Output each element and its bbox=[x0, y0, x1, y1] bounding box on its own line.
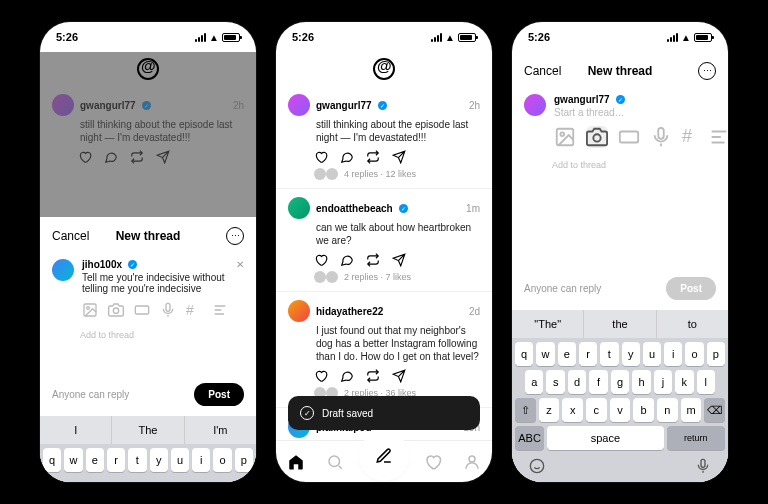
camera-chip[interactable] bbox=[586, 126, 608, 148]
return-key[interactable]: return bbox=[667, 426, 725, 450]
avatar bbox=[52, 259, 74, 281]
feed-post[interactable]: endoatthebeach✓1mcan we talk about how h… bbox=[276, 188, 492, 291]
svg-rect-13 bbox=[701, 459, 705, 467]
repost-icon[interactable] bbox=[366, 253, 380, 267]
gallery-icon[interactable] bbox=[82, 302, 98, 318]
keyboard[interactable]: qwertyuiop asdfghjkl ⇧ zxcvbnm ⌫ ABC spa… bbox=[512, 338, 728, 482]
phone-right: 5:26 ▲ Cancel New thread ⋯ gwangurl77 ✓ … bbox=[512, 22, 728, 482]
audience-selector[interactable]: Anyone can reply bbox=[52, 389, 129, 400]
search-tab[interactable] bbox=[326, 453, 344, 471]
post-button[interactable]: Post bbox=[666, 277, 716, 300]
poll-icon[interactable] bbox=[212, 302, 228, 318]
more-button[interactable]: ⋯ bbox=[226, 227, 244, 245]
sheet-title: New thread bbox=[588, 64, 653, 78]
avatar[interactable] bbox=[288, 197, 310, 219]
profile-tab[interactable] bbox=[463, 453, 481, 471]
svg-rect-10 bbox=[620, 132, 638, 143]
status-bar: 5:26 ▲ bbox=[276, 22, 492, 52]
reply-icon[interactable] bbox=[340, 150, 354, 164]
more-button[interactable]: ⋯ bbox=[698, 62, 716, 80]
share-icon[interactable] bbox=[392, 369, 406, 383]
hashtag-icon[interactable]: # bbox=[186, 302, 202, 318]
feed-post[interactable]: gwangurl77✓2hstill thinking about the ep… bbox=[276, 86, 492, 188]
svg-point-12 bbox=[530, 459, 543, 472]
home-tab[interactable] bbox=[287, 453, 305, 471]
audience-selector[interactable]: Anyone can reply bbox=[524, 283, 601, 294]
cancel-button[interactable]: Cancel bbox=[52, 229, 89, 243]
emoji-icon[interactable] bbox=[529, 458, 545, 474]
compose-fab[interactable] bbox=[365, 437, 403, 475]
tab-bar bbox=[276, 440, 492, 482]
cancel-button[interactable]: Cancel bbox=[524, 64, 561, 78]
feed[interactable]: gwangurl77✓2hstill thinking about the ep… bbox=[276, 86, 492, 440]
reply-icon[interactable] bbox=[340, 369, 354, 383]
svg-point-6 bbox=[469, 456, 475, 462]
keyboard-suggestions[interactable]: "The" the to bbox=[512, 310, 728, 338]
threads-logo[interactable] bbox=[373, 58, 395, 80]
mic-keyboard-icon[interactable] bbox=[695, 458, 711, 474]
clear-icon[interactable]: ✕ bbox=[236, 259, 244, 270]
space-key[interactable]: space bbox=[547, 426, 664, 450]
keyboard[interactable]: qwertyuiop bbox=[40, 444, 256, 482]
username[interactable]: gwangurl77 bbox=[316, 100, 372, 111]
svg-point-5 bbox=[329, 456, 340, 467]
verified-badge: ✓ bbox=[616, 95, 625, 104]
status-bar: 5:26 ▲ bbox=[40, 22, 256, 52]
like-icon[interactable] bbox=[314, 150, 328, 164]
feed-post[interactable]: hidayathere222dI just found out that my … bbox=[276, 291, 492, 407]
sheet-title: New thread bbox=[116, 229, 181, 243]
share-icon[interactable] bbox=[392, 253, 406, 267]
like-icon[interactable] bbox=[314, 253, 328, 267]
activity-tab[interactable] bbox=[424, 453, 442, 471]
backspace-key[interactable]: ⌫ bbox=[704, 398, 725, 422]
post-body: still thinking about the episode last ni… bbox=[52, 118, 244, 144]
username[interactable]: endoatthebeach bbox=[316, 203, 393, 214]
avatar[interactable] bbox=[288, 94, 310, 116]
like-icon[interactable] bbox=[314, 369, 328, 383]
status-bar: 5:26 ▲ bbox=[512, 22, 728, 52]
verified-badge: ✓ bbox=[142, 101, 151, 110]
verified-badge: ✓ bbox=[399, 204, 408, 213]
verified-badge: ✓ bbox=[128, 260, 137, 269]
gif-icon[interactable] bbox=[134, 302, 150, 318]
gif-icon[interactable] bbox=[618, 126, 640, 148]
toast-text: Draft saved bbox=[322, 408, 373, 419]
reply-icon[interactable] bbox=[340, 253, 354, 267]
username[interactable]: hidayathere22 bbox=[316, 306, 383, 317]
feed-background: gwangurl77 ✓ 2h still thinking about the… bbox=[40, 52, 256, 217]
share-icon[interactable] bbox=[392, 150, 406, 164]
phone-center: 5:26 ▲ gwangurl77✓2hstill thinking about… bbox=[276, 22, 492, 482]
reply-icon bbox=[104, 150, 118, 164]
signal-icon bbox=[195, 33, 206, 42]
username: jiho100x bbox=[82, 259, 122, 270]
post-time: 2h bbox=[469, 100, 480, 111]
compose-placeholder[interactable]: Start a thread… bbox=[554, 107, 728, 118]
abc-key[interactable]: ABC bbox=[515, 426, 544, 450]
mic-icon[interactable] bbox=[160, 302, 176, 318]
compose-sheet: Cancel New thread ⋯ jiho100x ✓ ✕ Tell me… bbox=[40, 217, 256, 482]
post-time: 2h bbox=[233, 100, 244, 111]
threads-logo bbox=[137, 58, 159, 80]
mic-icon[interactable] bbox=[650, 126, 672, 148]
post-time: 1m bbox=[466, 203, 480, 214]
shift-key[interactable]: ⇧ bbox=[515, 398, 536, 422]
repost-icon[interactable] bbox=[366, 369, 380, 383]
avatar[interactable] bbox=[288, 300, 310, 322]
hashtag-icon[interactable]: # bbox=[682, 126, 698, 142]
svg-point-2 bbox=[113, 308, 118, 313]
compose-text[interactable]: Tell me you're indecisive without tellin… bbox=[82, 272, 244, 294]
avatar bbox=[524, 94, 546, 116]
svg-rect-4 bbox=[166, 303, 170, 311]
share-icon bbox=[156, 150, 170, 164]
svg-point-9 bbox=[593, 134, 600, 141]
post-button[interactable]: Post bbox=[194, 383, 244, 406]
repost-icon[interactable] bbox=[366, 150, 380, 164]
add-thread[interactable]: Add to thread bbox=[52, 330, 244, 340]
gallery-icon[interactable] bbox=[554, 126, 576, 148]
poll-icon[interactable] bbox=[708, 126, 728, 148]
camera-icon[interactable] bbox=[108, 302, 124, 318]
add-thread[interactable]: Add to thread bbox=[524, 160, 716, 170]
keyboard-suggestions[interactable]: I The I'm bbox=[40, 416, 256, 444]
feed-post: gwangurl77 ✓ 2h still thinking about the… bbox=[40, 86, 256, 172]
check-icon: ✓ bbox=[300, 406, 314, 420]
